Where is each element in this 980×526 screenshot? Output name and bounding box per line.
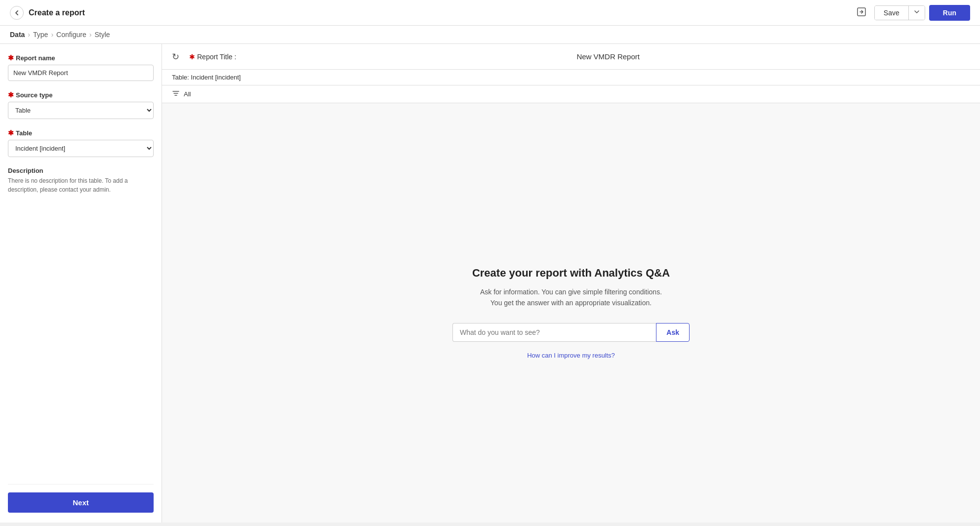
right-panel: ↻ ✱ Report Title : New VMDR Report Table… [162,44,980,523]
save-button[interactable]: Save [875,6,909,20]
source-type-group: ✱ Source type Table Query View [8,91,154,119]
table-label: ✱ Table [8,129,154,137]
save-dropdown-button[interactable] [909,6,925,20]
back-button[interactable] [10,6,24,20]
qa-section: Create your report with Analytics Q&A As… [162,103,980,523]
left-panel-footer: Next [8,484,154,513]
table-header-text: Table: Incident [incident] [172,74,241,81]
breadcrumb-bar: Data › Type › Configure › Style [0,26,980,44]
required-star-source: ✱ [8,91,14,99]
filter-bar: All [162,85,980,103]
report-name-input[interactable] [8,65,154,81]
qa-search-input[interactable] [452,323,656,342]
qa-title: Create your report with Analytics Q&A [472,267,670,280]
report-name-group: ✱ Report name [8,54,154,81]
breadcrumb-data[interactable]: Data [10,31,25,39]
save-btn-group: Save [874,5,925,20]
breadcrumb-sep-3: › [89,31,92,39]
filter-icon [172,89,180,99]
required-star-table: ✱ [8,129,14,137]
breadcrumb-type[interactable]: Type [33,31,48,39]
left-panel: ✱ Report name ✱ Source type Table Query … [0,44,162,523]
refresh-icon[interactable]: ↻ [172,51,179,62]
description-label: Description [8,167,154,174]
main-layout: ✱ Report name ✱ Source type Table Query … [0,44,980,523]
improve-results-link[interactable]: How can I improve my results? [527,352,615,359]
header-right: Save Run [853,4,970,21]
export-button[interactable] [853,4,870,21]
qa-input-row: Ask [452,323,690,342]
description-text: There is no description for this table. … [8,176,154,194]
breadcrumb-sep-1: › [28,31,30,39]
table-group: ✱ Table Incident [incident] Problem [pro… [8,129,154,157]
description-group: Description There is no description for … [8,167,154,194]
breadcrumb-style[interactable]: Style [94,31,110,39]
report-name-label: ✱ Report name [8,54,154,62]
breadcrumb-configure[interactable]: Configure [56,31,86,39]
source-type-label: ✱ Source type [8,91,154,99]
required-star-title: ✱ [189,53,195,61]
header-left: Create a report [10,6,85,20]
ask-button[interactable]: Ask [656,323,690,342]
table-header-bar: Table: Incident [incident] [162,70,980,85]
page-title: Create a report [29,8,85,17]
top-header: Create a report Save Run [0,0,980,26]
run-button[interactable]: Run [929,5,970,21]
left-panel-content: ✱ Report name ✱ Source type Table Query … [8,54,154,476]
filter-all-label: All [184,90,191,98]
source-type-select[interactable]: Table Query View [8,102,154,119]
qa-subtitle: Ask for information. You can give simple… [480,286,662,309]
table-select[interactable]: Incident [incident] Problem [problem] Ch… [8,140,154,157]
right-panel-header: ↻ ✱ Report Title : New VMDR Report [162,44,980,70]
report-title-value: New VMDR Report [576,52,640,61]
report-title-label: ✱ Report Title : [189,53,236,61]
next-button[interactable]: Next [8,492,154,513]
breadcrumb-sep-2: › [51,31,53,39]
required-star-name: ✱ [8,54,14,62]
